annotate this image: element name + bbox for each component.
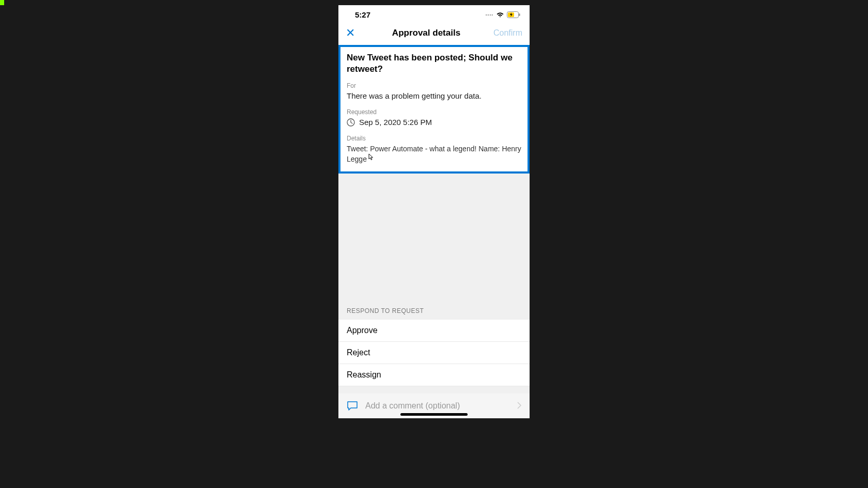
details-value: Tweet: Power Automate - what a legend! N…	[347, 144, 521, 164]
svg-rect-2	[519, 13, 520, 16]
phone-frame: 5:27 •••• ✕ Approval details Confirm	[338, 5, 530, 418]
home-indicator[interactable]	[400, 413, 468, 416]
status-bar: 5:27 ••••	[338, 5, 530, 22]
wifi-icon	[496, 12, 504, 18]
battery-icon	[507, 11, 520, 18]
requested-value: Sep 5, 2020 5:26 PM	[359, 118, 432, 127]
reject-button[interactable]: Reject	[338, 342, 530, 364]
signal-icon: ••••	[486, 12, 493, 17]
confirm-button[interactable]: Confirm	[491, 28, 522, 38]
reassign-button[interactable]: Reassign	[338, 364, 530, 386]
for-value: There was a problem getting your data.	[347, 91, 521, 100]
approval-title: New Tweet has been posted; Should we ret…	[347, 52, 521, 75]
cursor-icon	[368, 153, 375, 164]
close-icon[interactable]: ✕	[346, 26, 361, 40]
content-area: New Tweet has been posted; Should we ret…	[338, 45, 530, 418]
clock-icon	[347, 118, 355, 127]
approve-button[interactable]: Approve	[338, 320, 530, 342]
for-label: For	[347, 82, 521, 89]
nav-bar: ✕ Approval details Confirm	[338, 22, 530, 45]
comment-icon	[347, 401, 358, 411]
page-title: Approval details	[392, 28, 460, 38]
chevron-right-icon	[517, 402, 521, 411]
comment-placeholder: Add a comment (optional)	[365, 401, 510, 411]
status-time: 5:27	[355, 10, 370, 19]
status-right: ••••	[486, 11, 520, 18]
requested-row: Sep 5, 2020 5:26 PM	[347, 118, 521, 127]
approval-card: New Tweet has been posted; Should we ret…	[338, 45, 530, 174]
comment-input-bar[interactable]: Add a comment (optional)	[338, 393, 530, 418]
requested-label: Requested	[347, 108, 521, 116]
details-label: Details	[347, 135, 521, 142]
green-strip	[0, 0, 4, 5]
respond-section-label: RESPOND TO REQUEST	[338, 302, 530, 320]
spacer	[338, 174, 530, 302]
